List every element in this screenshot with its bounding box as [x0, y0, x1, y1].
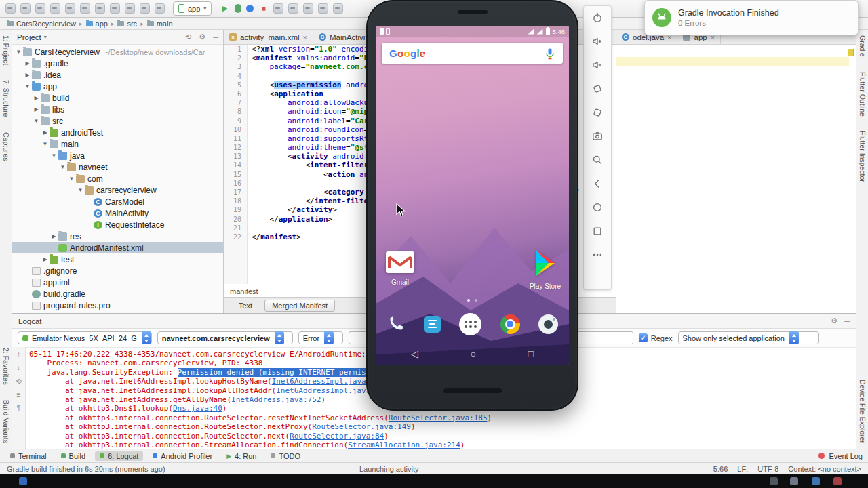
process-selector[interactable]: navneet.com.carsrecyclerview: [157, 331, 293, 344]
screenshot-button[interactable]: [589, 128, 606, 144]
tree-item-build.gradle[interactable]: build.gradle: [12, 288, 223, 300]
home-button[interactable]: [589, 199, 606, 216]
overview-button[interactable]: [589, 223, 606, 239]
debug-icon[interactable]: [235, 4, 241, 13]
hide-panel-icon[interactable]: ─: [844, 317, 850, 325]
dock-app-icon[interactable]: [833, 477, 842, 485]
tree-toggle-icon[interactable]: ▶: [50, 233, 58, 239]
tree-toggle-icon[interactable]: ▶: [33, 95, 40, 101]
tree-toggle-icon[interactable]: ▼: [24, 83, 31, 89]
gradle-sync-icon[interactable]: [318, 3, 328, 14]
scroll-up-icon[interactable]: ↑: [17, 350, 20, 358]
tree-item-src[interactable]: ▼src: [12, 115, 223, 127]
status-item[interactable]: Context: <no context>: [788, 465, 861, 473]
tree-toggle-icon[interactable]: ▶: [33, 106, 40, 113]
tool-window-button-device-file-explorer[interactable]: Device File Explorer: [859, 380, 867, 443]
tree-item-build[interactable]: ▶build: [12, 92, 223, 104]
tree-toggle-icon[interactable]: ▼: [59, 164, 66, 170]
save-icon[interactable]: [20, 3, 31, 14]
phone-dialer-icon[interactable]: [387, 315, 405, 333]
tree-item-androidmanifest.xml[interactable]: AndroidManifest.xml: [12, 242, 223, 253]
stop-icon[interactable]: ■: [258, 3, 269, 14]
tool-window-button-7-structure[interactable]: 7: Structure: [2, 80, 10, 117]
stack-trace-link[interactable]: InetAddress.java:752: [231, 395, 321, 404]
tool-window-button-6-logcat[interactable]: 6: Logcat: [95, 451, 143, 461]
more-button[interactable]: [589, 247, 606, 263]
tree-toggle-icon[interactable]: ▼: [50, 152, 58, 159]
stack-trace-link[interactable]: StreamAllocation.java:214: [348, 441, 460, 449]
sdk-manager-icon[interactable]: [303, 3, 313, 14]
tool-window-button-flutter-outline[interactable]: Flutter Outline: [859, 72, 867, 117]
zoom-button[interactable]: [589, 152, 606, 168]
open-icon[interactable]: [5, 3, 16, 14]
device-selector[interactable]: Emulator Nexus_5X_API_24_G: [18, 331, 152, 344]
manifest-breadcrumb-label[interactable]: manifest: [230, 287, 258, 296]
rotate-left-button[interactable]: [589, 81, 606, 97]
tree-item-mainactivity[interactable]: CMainActivity: [12, 207, 223, 219]
run-config-dropdown[interactable]: app ▾: [173, 1, 212, 16]
tree-item-proguard-rules.pro[interactable]: proguard-rules.pro: [12, 300, 223, 311]
playstore-app[interactable]: Play Store: [526, 249, 564, 290]
tool-window-button-terminal[interactable]: Terminal: [5, 451, 52, 461]
breadcrumb-item-app[interactable]: app: [86, 20, 108, 28]
breadcrumb-item-src[interactable]: src: [117, 20, 137, 28]
tree-toggle-icon[interactable]: ▶: [24, 72, 31, 78]
home-button[interactable]: ○: [470, 348, 475, 359]
stack-trace-link[interactable]: RouteSelector.java:185: [389, 413, 488, 422]
tool-window-button-todo[interactable]: TODO: [266, 451, 305, 461]
rotate-right-button[interactable]: [589, 104, 606, 121]
gmail-app[interactable]: Gmail: [381, 251, 419, 286]
regex-checkbox[interactable]: ✓ Regex: [639, 333, 673, 342]
volume-up-button[interactable]: [589, 33, 606, 49]
notification-balloon[interactable]: Gradle Invocation Finished 0 Errors: [644, 0, 859, 35]
status-item[interactable]: LF:: [737, 465, 748, 473]
stack-trace-link[interactable]: RouteSelector.java:149: [312, 422, 411, 431]
google-search-bar[interactable]: Google: [382, 43, 563, 64]
dock-app-icon[interactable]: [770, 477, 778, 485]
tree-item-carsrecyclerview[interactable]: ▼carsrecyclerview: [12, 184, 223, 196]
breadcrumb-item-main[interactable]: main: [147, 20, 173, 28]
profile-icon[interactable]: [246, 5, 254, 12]
cut-icon[interactable]: [80, 3, 90, 14]
back-button[interactable]: ◁: [411, 348, 418, 359]
dock-app-icon[interactable]: [812, 477, 820, 485]
dock-app-icon[interactable]: [19, 477, 27, 485]
find-icon[interactable]: [125, 3, 135, 14]
restart-icon[interactable]: ⟲: [16, 378, 21, 385]
tool-window-button-captures[interactable]: Captures: [2, 132, 10, 161]
project-panel-header[interactable]: Project ▾ ⟲ ⚙ ─: [12, 30, 223, 45]
avd-manager-icon[interactable]: [288, 3, 298, 14]
status-item[interactable]: UTF-8: [757, 465, 778, 473]
view-tab-text[interactable]: Text: [232, 300, 259, 311]
tree-item-com[interactable]: ▼com: [12, 173, 223, 184]
tree-item-app[interactable]: ▼app: [12, 81, 223, 92]
tree-item-test[interactable]: ▶test: [12, 253, 223, 265]
gear-icon[interactable]: ⚙: [831, 317, 837, 325]
tree-toggle-icon[interactable]: ▼: [15, 49, 22, 55]
locate-icon[interactable]: ⟲: [185, 33, 191, 41]
gear-icon[interactable]: ⚙: [199, 33, 205, 41]
logcat-filter-selector[interactable]: Show only selected application: [678, 331, 819, 344]
tree-toggle-icon[interactable]: ▼: [77, 187, 84, 193]
tool-window-button-1-project[interactable]: 1: Project: [2, 35, 10, 65]
scroll-down-icon[interactable]: ↓: [17, 364, 20, 371]
tree-toggle-icon[interactable]: ▼: [33, 118, 40, 124]
attach-icon[interactable]: [273, 3, 283, 14]
soft-wrap-icon[interactable]: ≡: [17, 391, 21, 399]
editor-tab-activity_main.xml[interactable]: xactivity_main.xml×: [224, 30, 313, 44]
run-icon[interactable]: ▶: [220, 3, 230, 14]
tree-item-main[interactable]: ▼main: [12, 138, 223, 150]
tree-item-navneet[interactable]: ▼navneet: [12, 161, 223, 173]
back-icon[interactable]: [140, 3, 150, 14]
close-icon[interactable]: ×: [303, 33, 307, 41]
sync-icon[interactable]: [35, 3, 45, 14]
print-icon[interactable]: ¶: [17, 405, 20, 412]
tool-window-button-gradle[interactable]: Gradle: [859, 35, 867, 57]
hide-panel-icon[interactable]: ─: [213, 33, 218, 41]
tool-window-button-flutter-inspector[interactable]: Flutter Inspector: [859, 131, 867, 182]
layout-inspector-icon[interactable]: [333, 3, 343, 14]
tree-toggle-icon[interactable]: ▼: [41, 141, 49, 147]
tool-window-button-android-profiler[interactable]: Android Profiler: [148, 451, 217, 461]
redo-icon[interactable]: [65, 3, 75, 14]
messages-icon[interactable]: [424, 316, 441, 333]
